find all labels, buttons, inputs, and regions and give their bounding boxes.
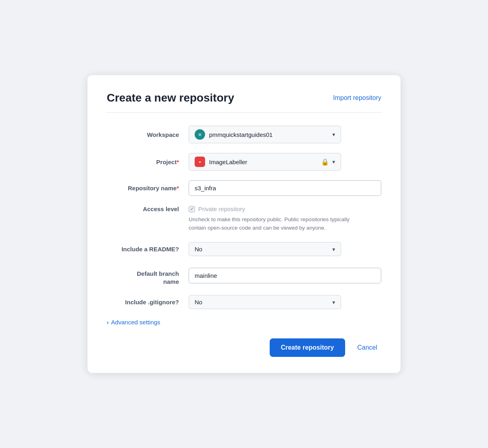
workspace-control: ≡ pmmquickstartguides01 ▾ [189, 126, 381, 143]
project-icon: ▪ [195, 157, 205, 167]
access-level-row: Access level ✓ Private repository Unchec… [107, 206, 381, 232]
project-icon-symbol: ▪ [199, 159, 201, 165]
default-branch-input[interactable] [189, 268, 381, 283]
gitignore-select[interactable]: No ▾ [189, 295, 341, 309]
checkmark-icon: ✓ [190, 206, 194, 212]
readme-select[interactable]: No ▾ [189, 242, 341, 256]
private-checkbox-row: ✓ Private repository [189, 206, 381, 212]
workspace-row: Workspace ≡ pmmquickstartguides01 ▾ [107, 126, 381, 143]
footer-row: Create repository Cancel [107, 338, 381, 357]
project-value: ImageLabeller [209, 159, 321, 165]
modal-header: Create a new repository Import repositor… [107, 91, 381, 105]
access-level-label: Access level [107, 206, 179, 212]
project-row: Project* ▪ ImageLabeller 🔒 ▾ [107, 153, 381, 171]
project-required-star: * [177, 159, 179, 165]
create-repository-button[interactable]: Create repository [270, 338, 346, 357]
readme-chevron-icon: ▾ [332, 246, 335, 253]
repo-name-row: Repository name* [107, 180, 381, 196]
header-divider [107, 112, 381, 113]
readme-control: No ▾ [189, 242, 381, 256]
repo-name-required-star: * [177, 185, 179, 191]
workspace-chevron-icon: ▾ [332, 131, 335, 138]
readme-row: Include a README? No ▾ [107, 242, 381, 256]
advanced-settings-link[interactable]: Advanced settings [111, 319, 161, 326]
gitignore-row: Include .gitignore? No ▾ [107, 295, 381, 309]
readme-value: No [195, 246, 332, 253]
workspace-select[interactable]: ≡ pmmquickstartguides01 ▾ [189, 126, 341, 143]
workspace-icon-symbol: ≡ [198, 132, 201, 138]
workspace-icon: ≡ [195, 129, 205, 140]
page-title: Create a new repository [107, 91, 234, 105]
project-control: ▪ ImageLabeller 🔒 ▾ [189, 153, 381, 171]
cancel-button[interactable]: Cancel [353, 338, 381, 357]
advanced-chevron-icon: › [107, 319, 109, 326]
default-branch-control [189, 268, 381, 283]
advanced-settings-row: › Advanced settings [107, 319, 381, 326]
repo-name-input[interactable] [189, 180, 381, 196]
default-branch-label: Default branch name [107, 266, 179, 285]
private-checkbox-label: Private repository [198, 206, 245, 212]
lock-icon: 🔒 [321, 158, 329, 166]
access-description: Uncheck to make this repository public. … [189, 216, 357, 232]
gitignore-chevron-icon: ▾ [332, 299, 335, 305]
private-checkbox[interactable]: ✓ [189, 206, 195, 212]
access-level-content: ✓ Private repository Uncheck to make thi… [189, 206, 381, 232]
gitignore-value: No [195, 299, 332, 305]
repo-name-label: Repository name* [107, 185, 179, 191]
project-label: Project* [107, 159, 179, 165]
workspace-label: Workspace [107, 131, 179, 138]
project-chevron-icon: ▾ [332, 159, 335, 165]
import-repository-link[interactable]: Import repository [333, 94, 381, 102]
default-branch-row: Default branch name [107, 266, 381, 285]
create-repository-modal: Create a new repository Import repositor… [87, 75, 401, 373]
project-select[interactable]: ▪ ImageLabeller 🔒 ▾ [189, 153, 341, 171]
gitignore-label: Include .gitignore? [107, 299, 179, 305]
gitignore-control: No ▾ [189, 295, 381, 309]
workspace-value: pmmquickstartguides01 [209, 131, 332, 138]
repo-name-control [189, 180, 381, 196]
form-body: Workspace ≡ pmmquickstartguides01 ▾ Proj… [107, 126, 381, 357]
readme-label: Include a README? [107, 246, 179, 253]
access-level-control: ✓ Private repository Uncheck to make thi… [189, 206, 381, 232]
